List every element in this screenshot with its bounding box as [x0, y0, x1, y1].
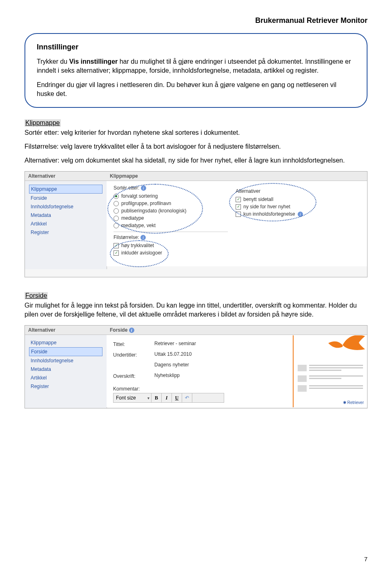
sidebar-item-artikkel[interactable]: Artikkel [29, 220, 102, 228]
editor-toolbar: Font size B I U ↶ [113, 393, 224, 403]
check-label: ny side for hver nyhet [243, 204, 290, 210]
radio-icon [114, 223, 119, 228]
checkbox-icon [236, 204, 241, 210]
sidebar-item-forside[interactable]: Forside [29, 194, 102, 202]
sidebar-item-forside[interactable]: Forside [29, 347, 102, 356]
forside-text: Gir mulighet for å legge inn tekst på fo… [24, 301, 368, 319]
check-label: høy trykkvalitet [121, 243, 154, 248]
check-kun-innholdsfortegnelse[interactable]: kun innholdsfortegnelse i [236, 210, 361, 218]
bold-button[interactable]: B [151, 393, 162, 402]
alternativer-label: Alternativer [236, 188, 361, 194]
callout-innstillinger: Innstillinger Trykker du Vis innstilling… [24, 33, 368, 108]
panel2-sidebar: Alternativer Klippmappe Forside Innholds… [25, 326, 107, 408]
preview-item [298, 365, 363, 372]
checkbox-icon [236, 212, 241, 217]
radio-icon [114, 208, 119, 214]
screenshot-panel-klippmappe: Alternativer Klippmappe Forside Innholds… [24, 171, 368, 277]
check-label: kun innholdsfortegnelse [243, 211, 295, 217]
check-ny-side-hver-nyhet[interactable]: ny side for hver nyhet [236, 203, 361, 210]
info-icon[interactable]: i [141, 185, 146, 191]
forside-preview: ✱ Retriever [293, 335, 367, 407]
check-label: inkludér avislogoer [121, 250, 162, 256]
radio-forvalgt[interactable]: forvalgt sortering [114, 192, 228, 200]
check-hoy-trykkvalitet[interactable]: høy trykkvalitet [114, 242, 228, 249]
underline-button[interactable]: U [172, 393, 182, 402]
brand-text: Retriever [347, 400, 364, 405]
label-overskrift: Overskrift: [113, 373, 148, 379]
radio-icon [114, 194, 119, 199]
label-kommentar: Kommentar: [113, 386, 148, 392]
panel2-main: Forside i Tittel: Retriever - seminar Un… [107, 326, 367, 407]
sidebar-item-register[interactable]: Register [29, 228, 102, 237]
radio-label: mediatype, vekt [121, 223, 156, 228]
radio-label: mediatype [121, 215, 144, 221]
callout-paragraph-2: Endringer du gjør vil lagres i nettleser… [37, 80, 355, 98]
page-header-title: Brukermanual Retriever Monitor [24, 16, 368, 25]
preview-item [298, 375, 363, 382]
input-overskrift[interactable]: Nyhetsklipp [153, 372, 258, 380]
panel1-sidebar: Alternativer Klippmappe Forside Innholds… [25, 172, 107, 269]
radio-icon [114, 216, 119, 221]
checkbox-icon [114, 250, 119, 256]
radio-label: profilgruppe, profilnavn [121, 201, 171, 206]
italic-button[interactable]: I [162, 393, 172, 402]
radio-icon [114, 201, 119, 206]
radio-label: forvalgt sortering [121, 193, 158, 199]
sidebar-item-klippmappe[interactable]: Klippmappe [29, 339, 102, 347]
check-benytt-sidetall[interactable]: benytt sidetall [236, 196, 361, 203]
klippmappe-line-2: Filstørrelse: velg lavere trykkvalitet e… [24, 142, 368, 151]
panel1-main-header: Klippmappe [107, 172, 367, 181]
check-inkluder-avislogoer[interactable]: inkludér avislogoer [114, 249, 228, 257]
label-tittel: Tittel: [113, 341, 148, 347]
undo-button[interactable]: ↶ [182, 393, 192, 402]
retriever-fish-icon [326, 335, 367, 357]
text-bold: Vis innstillinger [69, 58, 118, 65]
label-undertitler: Undertitler: [113, 352, 148, 358]
row-kommentar-label: Kommentar: [113, 385, 285, 393]
panel2-sidebar-header: Alternativer [25, 326, 107, 335]
section-label-forside: Forside [24, 292, 48, 299]
sidebar-item-klippmappe[interactable]: Klippmappe [29, 185, 102, 194]
panel1-sidebar-header: Alternativer [25, 172, 107, 181]
callout-heading: Innstillinger [37, 43, 355, 51]
preview-item [298, 385, 363, 392]
input-undertitler-1[interactable]: Uttak 15.07.2010 [153, 351, 258, 359]
font-size-select[interactable]: Font size [114, 393, 151, 402]
radio-label: publiseringsdato (kronologisk) [121, 208, 186, 214]
row-undertitler-2: Dagens nyheter [113, 360, 285, 371]
sidebar-item-innholdsfortegnelse[interactable]: Innholdsfortegnelse [29, 357, 102, 365]
sort-group: Sortér etter: i forvalgt sortering profi… [107, 181, 234, 261]
sidebar-item-metadata[interactable]: Metadata [29, 365, 102, 373]
radio-mediatype-vekt[interactable]: mediatype, vekt [114, 222, 228, 229]
checkbox-icon [114, 243, 119, 248]
radio-publiseringsdato[interactable]: publiseringsdato (kronologisk) [114, 207, 228, 214]
page-number: 7 [364, 556, 368, 562]
row-overskrift: Overskrift: Nyhetsklipp [113, 371, 285, 382]
klippmappe-line-3: Alternativer: velg om dokumentet skal ha… [24, 156, 368, 165]
radio-profilgruppe[interactable]: profilgruppe, profilnavn [114, 200, 228, 207]
info-icon[interactable]: i [140, 235, 146, 240]
callout-paragraph-1: Trykker du Vis innstillinger har du muli… [37, 57, 355, 75]
row-tittel: Tittel: Retriever - seminar [113, 339, 285, 350]
screenshot-panel-forside: Alternativer Klippmappe Forside Innholds… [24, 325, 368, 408]
sidebar-item-metadata[interactable]: Metadata [29, 211, 102, 219]
sidebar-item-register[interactable]: Register [29, 382, 102, 390]
sort-label: Sortér etter: [114, 185, 139, 191]
preview-list [298, 365, 363, 395]
sidebar-item-innholdsfortegnelse[interactable]: Innholdsfortegnelse [29, 203, 102, 211]
alternativer-group: Alternativer benytt sidetall ny side for… [229, 181, 367, 222]
input-undertitler-2[interactable]: Dagens nyheter [153, 361, 258, 370]
info-icon[interactable]: i [129, 328, 134, 333]
klippmappe-line-1: Sortér etter: velg kriterier for hvordan… [24, 128, 368, 137]
row-undertitler-1: Undertitler: Uttak 15.07.2010 [113, 350, 285, 360]
info-icon[interactable]: i [298, 212, 303, 217]
radio-mediatype[interactable]: mediatype [114, 214, 228, 222]
filstorrelse-label: Filstørrelse: [114, 234, 139, 240]
input-tittel[interactable]: Retriever - seminar [153, 340, 258, 348]
sidebar-item-artikkel[interactable]: Artikkel [29, 374, 102, 382]
section-label-klippmappe: Klippmappe [24, 119, 61, 127]
check-label: benytt sidetall [243, 196, 273, 202]
checkbox-icon [236, 197, 241, 202]
preview-footer-brand: ✱ Retriever [343, 400, 364, 405]
panel1-main: Klippmappe Sortér etter: i forvalgt sort… [107, 172, 367, 266]
